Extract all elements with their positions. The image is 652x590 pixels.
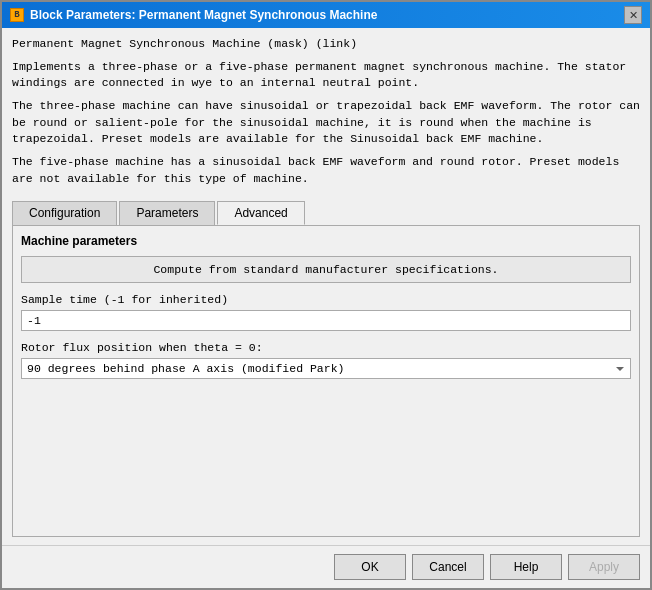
rotor-flux-select[interactable]: 90 degrees behind phase A axis (modified…	[21, 358, 631, 379]
section-label: Machine parameters	[21, 234, 631, 248]
button-row: OK Cancel Help Apply	[2, 545, 650, 588]
window-title: Block Parameters: Permanent Magnet Synch…	[30, 8, 377, 22]
tab-configuration[interactable]: Configuration	[12, 201, 117, 225]
main-content: Permanent Magnet Synchronous Machine (ma…	[2, 28, 650, 545]
tab-content-advanced: Machine parameters Compute from standard…	[12, 225, 640, 537]
desc-line1: Permanent Magnet Synchronous Machine (ma…	[12, 36, 640, 53]
rotor-flux-wrapper: 90 degrees behind phase A axis (modified…	[21, 358, 631, 389]
compute-button[interactable]: Compute from standard manufacturer speci…	[21, 256, 631, 283]
window-icon: B	[10, 8, 24, 22]
help-button[interactable]: Help	[490, 554, 562, 580]
title-bar-left: B Block Parameters: Permanent Magnet Syn…	[10, 8, 377, 22]
tab-bar: Configuration Parameters Advanced	[12, 201, 640, 225]
apply-button[interactable]: Apply	[568, 554, 640, 580]
desc-para1: Implements a three-phase or a five-phase…	[12, 59, 640, 92]
description-block: Permanent Magnet Synchronous Machine (ma…	[12, 36, 640, 193]
tab-parameters[interactable]: Parameters	[119, 201, 215, 225]
cancel-button[interactable]: Cancel	[412, 554, 484, 580]
desc-para2: The three-phase machine can have sinusoi…	[12, 98, 640, 148]
main-window: B Block Parameters: Permanent Magnet Syn…	[0, 0, 652, 590]
rotor-flux-label: Rotor flux position when theta = 0:	[21, 341, 631, 354]
ok-button[interactable]: OK	[334, 554, 406, 580]
sample-time-input[interactable]	[21, 310, 631, 331]
title-bar: B Block Parameters: Permanent Magnet Syn…	[2, 2, 650, 28]
sample-time-label: Sample time (-1 for inherited)	[21, 293, 631, 306]
close-button[interactable]: ✕	[624, 6, 642, 24]
tab-advanced[interactable]: Advanced	[217, 201, 304, 225]
desc-para3: The five-phase machine has a sinusoidal …	[12, 154, 640, 187]
